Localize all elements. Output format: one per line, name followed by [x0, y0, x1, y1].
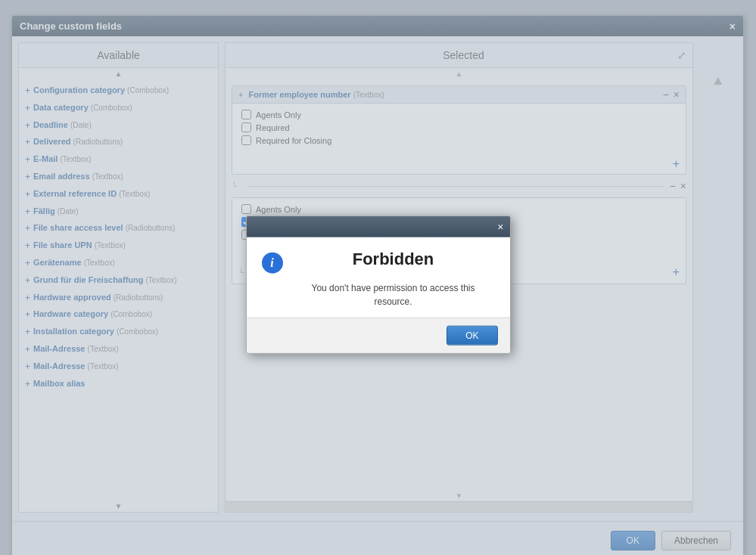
forbidden-dialog: × i Forbidden You don't have permission …	[246, 215, 511, 354]
info-icon-container: i	[262, 250, 283, 274]
forbidden-titlebar: ×	[247, 216, 510, 237]
forbidden-close-button[interactable]: ×	[497, 221, 503, 233]
forbidden-title: Forbidden	[292, 250, 495, 269]
forbidden-inner: i Forbidden You don't have permission to…	[247, 237, 510, 318]
forbidden-message: You don't have permission to access this…	[292, 281, 495, 309]
forbidden-ok-button[interactable]: OK	[446, 326, 497, 346]
forbidden-text-area: Forbidden You don't have permission to a…	[292, 250, 495, 309]
info-icon: i	[262, 253, 283, 274]
forbidden-body-wrapper: i Forbidden You don't have permission to…	[247, 237, 510, 318]
forbidden-footer: OK	[247, 318, 510, 353]
